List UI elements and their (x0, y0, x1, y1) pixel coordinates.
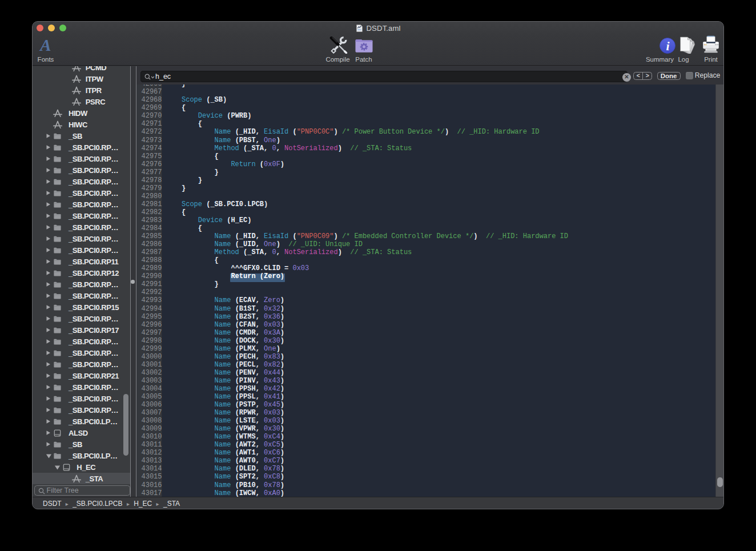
svg-text:i: i (666, 39, 670, 53)
